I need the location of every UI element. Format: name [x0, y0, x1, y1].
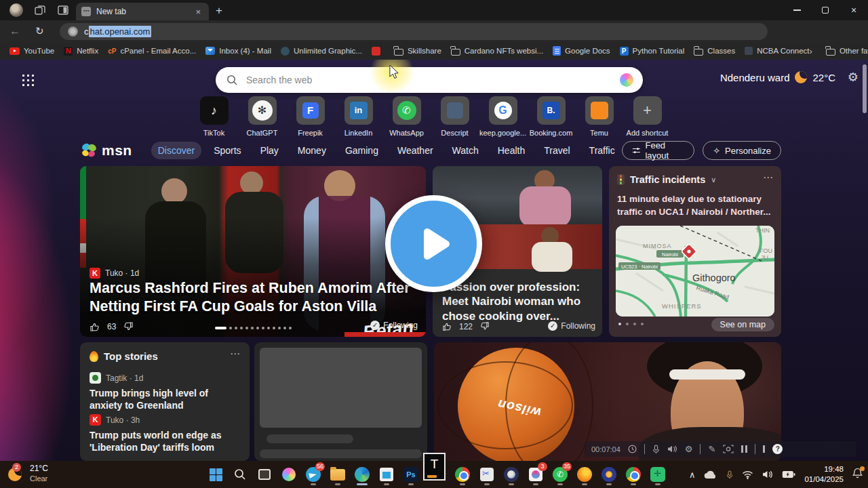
- personalize-button[interactable]: ✧ Personalize: [703, 141, 781, 160]
- traffic-map[interactable]: Nairobi UC523 · Nairobi MIMOSA Githogoro…: [616, 226, 774, 317]
- story-headline[interactable]: Trump brings high level of anxiety to Gr…: [90, 387, 241, 411]
- task-view-button[interactable]: [252, 463, 277, 486]
- bookmark-cpanel[interactable]: cPcPanel - Email Acco...: [108, 47, 196, 55]
- bookmark-unlimited-graphics[interactable]: Unlimited Graphic...: [281, 47, 362, 56]
- back-icon[interactable]: ←: [9, 25, 20, 37]
- bookmark-ncba-connect[interactable]: NCBA Connect: [745, 47, 809, 55]
- profile-avatar[interactable]: [9, 3, 23, 17]
- address-bar[interactable]: chat.openai.com: [60, 23, 768, 40]
- notification-center[interactable]: [852, 468, 863, 481]
- traffic-incidents-card[interactable]: Traffic incidents ∨ ⋯ 11 minute delay du…: [609, 166, 781, 337]
- article-headline[interactable]: Passion over profession: Meet Nairobi wo…: [442, 280, 594, 323]
- story-item[interactable]: Tagtik · 1d Trump brings high level of a…: [90, 372, 241, 411]
- start-button[interactable]: [203, 463, 228, 486]
- bookmark-google-docs[interactable]: Google Docs: [553, 46, 610, 56]
- tab-travel[interactable]: Travel: [537, 142, 576, 159]
- wifi-icon[interactable]: [742, 470, 753, 479]
- bookmarks-overflow-icon[interactable]: ›: [810, 46, 812, 56]
- workspaces-icon[interactable]: [34, 4, 46, 16]
- tab-close-icon[interactable]: ×: [193, 7, 203, 17]
- video-play-button[interactable]: [385, 195, 482, 292]
- bookmark-netflix[interactable]: NNetflix: [64, 47, 98, 56]
- taskbar-app-game[interactable]: [646, 463, 670, 486]
- bookmark-python-tutorial[interactable]: PPython Tutorial: [620, 47, 685, 56]
- weather-widget[interactable]: Ndenderu ward 22°C: [720, 71, 835, 83]
- shortcut-tiktok[interactable]: ♪TikTok: [190, 96, 238, 137]
- clock-icon[interactable]: [628, 445, 637, 453]
- battery-icon[interactable]: [782, 470, 795, 479]
- taskbar-photoshop[interactable]: Ps: [399, 463, 423, 486]
- taskbar-whatsapp[interactable]: 35✆: [548, 463, 572, 486]
- more-options-icon[interactable]: ⋯: [230, 348, 240, 360]
- maximize-button[interactable]: [811, 0, 840, 20]
- taskbar-app-badged[interactable]: 3: [524, 463, 548, 486]
- article-headline[interactable]: Marcus Rashford Fires at Ruben Amorim Af…: [90, 279, 419, 317]
- tab-sports[interactable]: Sports: [207, 142, 248, 159]
- page-settings-gear-icon[interactable]: ⚙: [848, 70, 859, 85]
- hidden-icons-chevron[interactable]: ∧: [689, 470, 696, 480]
- taskbar-chrome[interactable]: [450, 463, 475, 486]
- shortcut-freepik[interactable]: FFreepik: [286, 96, 334, 137]
- see-on-map-button[interactable]: See on map: [711, 318, 774, 331]
- msn-logo[interactable]: msn: [80, 142, 132, 159]
- thumbs-up-icon[interactable]: [442, 321, 452, 331]
- other-favorites-button[interactable]: Other favorites: [826, 47, 868, 56]
- following-badge[interactable]: ✓ Following: [370, 321, 418, 330]
- feed-layout-button[interactable]: Feed layout: [622, 141, 694, 160]
- taskbar-telegram[interactable]: 56: [301, 463, 326, 486]
- more-options-icon[interactable]: ⋯: [763, 171, 773, 184]
- bookmark-inbox[interactable]: Inbox (4) - Mail: [205, 47, 271, 55]
- close-button[interactable]: ×: [840, 0, 868, 20]
- story-headline[interactable]: Trump puts world on edge as 'Liberation …: [90, 429, 241, 453]
- pause-icon[interactable]: [741, 445, 747, 453]
- shortcut-chatgpt[interactable]: ✻ChatGPT: [238, 96, 286, 137]
- shortcut-descript[interactable]: Descript: [431, 96, 479, 137]
- minimize-button[interactable]: [783, 0, 811, 20]
- shortcut-booking[interactable]: B.Booking.com: [527, 96, 575, 137]
- new-tab-button[interactable]: +: [216, 4, 222, 18]
- top-stories-card[interactable]: Top stories ⋯ Tagtik · 1d Trump brings h…: [80, 342, 250, 461]
- clock-widget[interactable]: 19:4801/04/2025: [804, 464, 844, 485]
- pencil-icon[interactable]: ✎: [708, 444, 715, 454]
- bookmark-folder-skillshare[interactable]: Skillshare: [394, 47, 441, 56]
- tab-traffic[interactable]: Traffic: [583, 142, 622, 159]
- taskbar-app-camera[interactable]: [499, 463, 524, 486]
- web-search-bar[interactable]: [216, 67, 643, 93]
- refresh-icon[interactable]: ↻: [35, 25, 44, 37]
- browser-tab[interactable]: ⋯ New tab ×: [76, 3, 209, 20]
- mic-status-icon[interactable]: [726, 470, 733, 480]
- shortcut-whatsapp[interactable]: ✆WhatsApp: [382, 96, 431, 137]
- tab-gaming[interactable]: Gaming: [338, 142, 385, 159]
- text-tool-button[interactable]: T: [423, 453, 446, 481]
- add-shortcut-button[interactable]: +Add shortcut: [623, 96, 671, 137]
- onedrive-cloud-icon[interactable]: [704, 470, 717, 479]
- story-item[interactable]: KTuko · 3h Trump puts world on edge as '…: [90, 414, 241, 453]
- taskbar-copilot[interactable]: [277, 463, 301, 486]
- tab-money[interactable]: Money: [291, 142, 333, 159]
- article-card-rashford[interactable]: Betan K Tuko · 1d Marcus Rashford Fires …: [80, 166, 426, 337]
- taskbar-snipping-tool[interactable]: [475, 463, 499, 486]
- address-text[interactable]: chat.openai.com: [84, 26, 151, 37]
- chevron-down-icon[interactable]: ∨: [711, 176, 716, 184]
- taskbar-file-explorer[interactable]: [326, 463, 350, 486]
- screen-recorder-toolbar[interactable]: 00:07:04 ⚙ ✎ ?: [585, 441, 856, 457]
- thumbs-down-icon[interactable]: [479, 321, 490, 331]
- settings-gear-icon[interactable]: ⚙: [685, 444, 693, 454]
- taskbar-weather-widget[interactable]: 2 21°CClear: [7, 464, 48, 484]
- help-icon[interactable]: ?: [772, 444, 783, 454]
- tab-discover[interactable]: Discover: [151, 142, 201, 159]
- copilot-search-icon[interactable]: [620, 73, 633, 87]
- tab-weather[interactable]: Weather: [391, 142, 440, 159]
- page-scrollbar[interactable]: [863, 64, 867, 113]
- shortcut-linkedin[interactable]: inLinkedIn: [334, 96, 382, 137]
- carousel-dots[interactable]: [618, 323, 644, 325]
- taskbar-store[interactable]: [374, 463, 399, 486]
- search-input[interactable]: [245, 74, 620, 86]
- shortcut-google-keep[interactable]: Gkeep.google...: [479, 96, 527, 137]
- apps-grid-icon[interactable]: [21, 73, 34, 86]
- following-badge[interactable]: ✓ Following: [548, 321, 595, 331]
- speaker-icon[interactable]: [667, 445, 677, 453]
- shortcut-temu[interactable]: Temu: [575, 96, 623, 137]
- taskbar-firefox[interactable]: [572, 463, 597, 486]
- stop-bar-icon[interactable]: [763, 445, 765, 453]
